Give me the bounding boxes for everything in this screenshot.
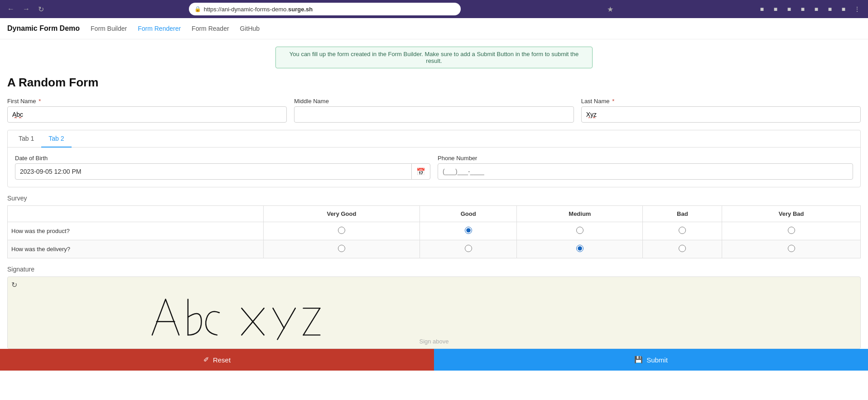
survey-product-medium[interactable] bbox=[517, 222, 643, 240]
date-of-birth-group: Date of Birth 2023-09-05 12:00 PM 📅 bbox=[15, 155, 430, 180]
first-name-group: First Name * bbox=[7, 98, 287, 123]
address-bar[interactable]: 🔒 https://ani-dynamic-forms-demo.surge.s… bbox=[189, 3, 461, 15]
radio-product-bad[interactable] bbox=[679, 227, 686, 234]
radio-product-very-bad[interactable] bbox=[788, 227, 795, 234]
survey-product-very-good[interactable] bbox=[263, 222, 420, 240]
radio-delivery-medium[interactable] bbox=[576, 245, 583, 252]
forward-button[interactable]: → bbox=[21, 3, 32, 15]
tabs-header: Tab 1 Tab 2 bbox=[8, 130, 860, 148]
first-name-input[interactable] bbox=[7, 106, 287, 123]
submit-icon: 💾 bbox=[634, 356, 643, 364]
nav-link-github[interactable]: GitHub bbox=[240, 25, 260, 32]
survey-label: Survey bbox=[7, 195, 861, 202]
survey-product-good[interactable] bbox=[420, 222, 516, 240]
survey-question-product: How was the product? bbox=[8, 222, 264, 240]
nav-link-form-builder[interactable]: Form Builder bbox=[91, 25, 127, 32]
signature-section: Signature ↻ bbox=[7, 266, 861, 349]
middle-name-group: Middle Name bbox=[294, 98, 574, 123]
phone-number-label: Phone Number bbox=[438, 155, 853, 162]
radio-product-medium[interactable] bbox=[576, 227, 583, 234]
calendar-button[interactable]: 📅 bbox=[411, 164, 430, 179]
radio-delivery-good[interactable] bbox=[465, 245, 472, 252]
survey-question-delivery: How was the delivery? bbox=[8, 240, 264, 258]
reset-label: Reset bbox=[213, 356, 231, 364]
survey-product-bad[interactable] bbox=[643, 222, 722, 240]
main-content: You can fill up the form created in the … bbox=[0, 39, 868, 349]
survey-row-delivery: How was the delivery? bbox=[8, 240, 861, 258]
radio-delivery-bad[interactable] bbox=[679, 245, 686, 252]
survey-delivery-medium[interactable] bbox=[517, 240, 643, 258]
radio-delivery-very-good[interactable] bbox=[338, 245, 345, 252]
signature-canvas[interactable]: ↻ bbox=[7, 276, 861, 349]
radio-product-very-good[interactable] bbox=[338, 227, 345, 234]
bookmark-star-button[interactable]: ★ bbox=[607, 5, 613, 14]
form-title: A Random Form bbox=[7, 76, 861, 90]
back-button[interactable]: ← bbox=[5, 3, 16, 15]
signature-drawing bbox=[8, 277, 860, 348]
survey-col-bad: Bad bbox=[643, 206, 722, 222]
submit-button[interactable]: 💾 Submit bbox=[434, 349, 868, 371]
submit-label: Submit bbox=[646, 356, 668, 364]
tabs-body: Date of Birth 2023-09-05 12:00 PM 📅 Phon… bbox=[8, 148, 860, 187]
app-title: Dynamic Form Demo bbox=[7, 24, 80, 33]
survey-col-question bbox=[8, 206, 264, 222]
last-name-group: Last Name * bbox=[581, 98, 861, 123]
date-input-wrapper[interactable]: 2023-09-05 12:00 PM 📅 bbox=[15, 163, 430, 180]
address-url: https://ani-dynamic-forms-demo.surge.sh bbox=[204, 6, 313, 13]
info-banner: You can fill up the form created in the … bbox=[275, 47, 593, 68]
survey-col-very-good: Very Good bbox=[263, 206, 420, 222]
ext-icon-3[interactable]: ■ bbox=[784, 4, 795, 14]
survey-col-good: Good bbox=[420, 206, 516, 222]
ext-icon-5[interactable]: ■ bbox=[811, 4, 822, 14]
survey-table: Very Good Good Medium Bad Very Bad How w… bbox=[7, 205, 861, 258]
first-name-label: First Name * bbox=[7, 98, 287, 105]
browser-extension-icons: ■ ■ ■ ■ ■ ■ ■ ⋮ bbox=[757, 4, 863, 14]
radio-delivery-very-bad[interactable] bbox=[788, 245, 795, 252]
reset-button[interactable]: ✐ Reset bbox=[0, 349, 434, 371]
nav-link-form-reader[interactable]: Form Reader bbox=[192, 25, 229, 32]
ext-icon-2[interactable]: ■ bbox=[770, 4, 781, 14]
phone-number-group: Phone Number bbox=[438, 155, 853, 180]
browser-chrome: ← → ↻ 🔒 https://ani-dynamic-forms-demo.s… bbox=[0, 0, 868, 18]
survey-product-very-bad[interactable] bbox=[722, 222, 861, 240]
reload-button[interactable]: ↻ bbox=[36, 3, 46, 15]
last-name-required: * bbox=[612, 98, 614, 105]
middle-name-input[interactable] bbox=[294, 106, 574, 123]
menu-button[interactable]: ⋮ bbox=[852, 4, 863, 14]
survey-delivery-bad[interactable] bbox=[643, 240, 722, 258]
tab-2-button[interactable]: Tab 2 bbox=[41, 130, 71, 148]
app-nav: Dynamic Form Demo Form Builder Form Rend… bbox=[0, 18, 868, 39]
survey-delivery-very-bad[interactable] bbox=[722, 240, 861, 258]
survey-col-very-bad: Very Bad bbox=[722, 206, 861, 222]
nav-link-form-renderer[interactable]: Form Renderer bbox=[138, 25, 181, 32]
survey-row-product: How was the product? bbox=[8, 222, 861, 240]
last-name-input[interactable] bbox=[581, 106, 861, 123]
name-row: First Name * Middle Name Last Name * bbox=[7, 98, 861, 123]
survey-col-medium: Medium bbox=[517, 206, 643, 222]
survey-section: Survey Very Good Good Medium Bad Very Ba… bbox=[7, 195, 861, 258]
date-value: 2023-09-05 12:00 PM bbox=[15, 165, 411, 178]
lock-icon: 🔒 bbox=[194, 6, 201, 12]
date-phone-row: Date of Birth 2023-09-05 12:00 PM 📅 Phon… bbox=[15, 155, 853, 180]
bottom-buttons: ✐ Reset 💾 Submit bbox=[0, 349, 868, 371]
survey-delivery-very-good[interactable] bbox=[263, 240, 420, 258]
radio-product-good[interactable] bbox=[465, 227, 472, 234]
date-of-birth-label: Date of Birth bbox=[15, 155, 430, 162]
reset-icon: ✐ bbox=[203, 356, 209, 364]
middle-name-label: Middle Name bbox=[294, 98, 574, 105]
first-name-required: * bbox=[39, 98, 41, 105]
ext-icon-6[interactable]: ■ bbox=[825, 4, 835, 14]
signature-label: Signature bbox=[7, 266, 861, 273]
tabs-container: Tab 1 Tab 2 Date of Birth 2023-09-05 12:… bbox=[7, 130, 861, 187]
survey-delivery-good[interactable] bbox=[420, 240, 516, 258]
last-name-label: Last Name * bbox=[581, 98, 861, 105]
tab-1-button[interactable]: Tab 1 bbox=[11, 130, 41, 148]
ext-icon-4[interactable]: ■ bbox=[797, 4, 808, 14]
ext-icon-7[interactable]: ■ bbox=[838, 4, 849, 14]
ext-icon-1[interactable]: ■ bbox=[757, 4, 767, 14]
phone-number-input[interactable] bbox=[438, 163, 853, 180]
